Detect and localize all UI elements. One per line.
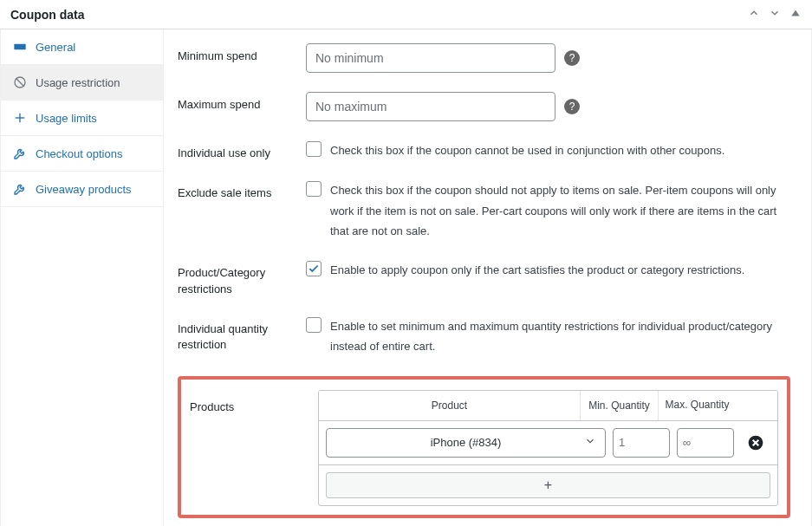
sidebar-item-checkout-options[interactable]: Checkout options: [1, 136, 163, 172]
maximum-spend-input[interactable]: [306, 92, 555, 121]
product-select-value: iPhone (#834): [431, 436, 502, 449]
svg-rect-0: [14, 44, 25, 50]
sidebar-item-label: Checkout options: [36, 147, 122, 160]
sidebar-item-giveaway-products[interactable]: Giveaway products: [1, 172, 163, 207]
header-product: Product: [319, 391, 580, 420]
indiv-qty-checkbox[interactable]: [306, 317, 322, 333]
products-helper-text: Products that the coupon will be applied…: [306, 523, 790, 526]
field-product-category-restrictions: Product/Category restrictions Enable to …: [178, 260, 790, 296]
move-up-icon[interactable]: [748, 7, 760, 22]
individual-use-label: Individual use only: [178, 140, 306, 161]
sidebar: General Usage restriction Usage limits C…: [1, 29, 164, 526]
panel-controls: [748, 7, 802, 22]
wrench-icon: [13, 182, 27, 196]
help-icon[interactable]: ?: [564, 99, 580, 114]
plus-icon: +: [544, 477, 552, 493]
content-area: Minimum spend ? Maximum spend ? Individu…: [164, 29, 811, 526]
ticket-icon: [13, 40, 27, 54]
minimum-spend-input[interactable]: [306, 43, 555, 73]
sidebar-item-usage-restriction[interactable]: Usage restriction: [1, 65, 163, 101]
field-maximum-spend: Maximum spend ?: [178, 92, 790, 121]
svg-line-2: [16, 78, 23, 86]
chevron-down-icon: [584, 435, 596, 450]
remove-row-button[interactable]: [746, 433, 765, 452]
indiv-qty-label: Individual quantity restriction: [178, 316, 306, 353]
min-quantity-input[interactable]: [613, 428, 670, 458]
products-callout: Products Product Min. Quantity Max. Quan…: [178, 376, 790, 518]
indiv-qty-description: Enable to set minimum and maximum quanti…: [330, 316, 790, 357]
header-min-quantity: Min. Quantity: [580, 391, 658, 420]
exclude-sale-label: Exclude sale items: [178, 180, 306, 201]
wrench-icon: [13, 146, 27, 160]
maximum-spend-label: Maximum spend: [178, 92, 306, 113]
sidebar-item-label: Usage limits: [36, 112, 97, 125]
sidebar-item-usage-limits[interactable]: Usage limits: [1, 101, 163, 136]
exclude-sale-description: Check this box if the coupon should not …: [330, 180, 790, 241]
individual-use-description: Check this box if the coupon cannot be u…: [330, 140, 724, 160]
pc-restrictions-description: Enable to apply coupon only if the cart …: [330, 260, 744, 280]
collapse-icon[interactable]: [789, 7, 802, 22]
pc-restrictions-checkbox[interactable]: [306, 261, 322, 276]
add-row-container: +: [319, 465, 777, 505]
exclude-sale-checkbox[interactable]: [306, 181, 322, 197]
products-table: Product Min. Quantity Max. Quantity iPho…: [318, 390, 778, 506]
individual-use-checkbox[interactable]: [306, 141, 322, 157]
minimum-spend-label: Minimum spend: [178, 43, 306, 64]
sidebar-item-general[interactable]: General: [1, 29, 163, 65]
panel-title: Coupon data: [10, 8, 85, 22]
pc-restrictions-label: Product/Category restrictions: [178, 260, 306, 296]
header-max-quantity: Max. Quantity: [658, 391, 736, 420]
ban-icon: [13, 75, 27, 89]
field-minimum-spend: Minimum spend ?: [178, 43, 790, 73]
field-individual-quantity-restriction: Individual quantity restriction Enable t…: [178, 316, 790, 357]
field-individual-use: Individual use only Check this box if th…: [178, 140, 790, 161]
products-table-header: Product Min. Quantity Max. Quantity: [319, 391, 777, 421]
sidebar-item-label: Usage restriction: [36, 76, 120, 89]
sidebar-item-label: General: [36, 41, 75, 54]
field-exclude-sale: Exclude sale items Check this box if the…: [178, 180, 790, 241]
help-icon[interactable]: ?: [564, 50, 580, 66]
sidebar-item-label: Giveaway products: [36, 183, 132, 196]
products-table-row: iPhone (#834): [319, 421, 777, 465]
coupon-data-container: General Usage restriction Usage limits C…: [0, 29, 812, 526]
panel-header: Coupon data: [0, 0, 812, 29]
add-product-button[interactable]: +: [326, 472, 770, 498]
sliders-icon: [13, 111, 27, 125]
products-label: Products: [190, 390, 318, 413]
product-select[interactable]: iPhone (#834): [326, 428, 606, 458]
move-down-icon[interactable]: [769, 7, 781, 22]
max-quantity-input[interactable]: [677, 428, 734, 458]
